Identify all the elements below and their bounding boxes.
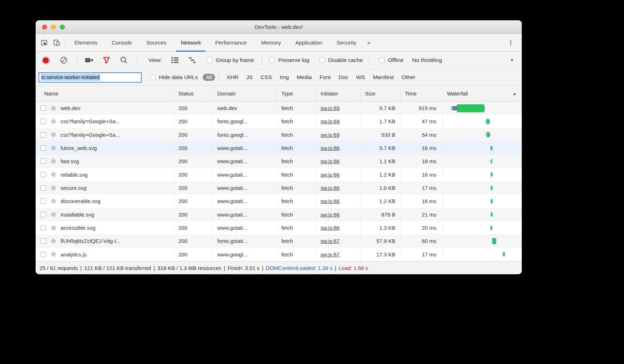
table-row[interactable]: fast.svg200www.gstati...fetchsw.js:661.1… — [36, 155, 522, 168]
column-header-domain[interactable]: Domain — [213, 86, 277, 101]
disable-cache-checkbox[interactable] — [319, 57, 325, 63]
row-checkbox[interactable] — [41, 119, 46, 124]
kebab-menu-icon[interactable] — [505, 37, 517, 49]
request-domain: www.gstati... — [213, 141, 277, 155]
table-row[interactable]: reliable.svg200www.gstati...fetchsw.js:6… — [36, 168, 522, 181]
table-row[interactable]: analytics.js200www.googl...fetchsw.js:67… — [36, 248, 522, 261]
filter-type-ws[interactable]: WS — [352, 74, 369, 80]
tab-console[interactable]: Console — [105, 34, 139, 51]
search-icon[interactable] — [120, 56, 128, 64]
more-tabs-chevron[interactable]: » — [364, 39, 374, 46]
clear-icon[interactable] — [59, 56, 68, 64]
table-row[interactable]: future_web.svg200www.gstati...fetchsw.js… — [36, 141, 522, 155]
request-size: 1.1 KB — [360, 155, 400, 168]
requests-table-body: web.dev200web.devfetchsw.js:695.7 KB815 … — [36, 102, 522, 261]
tab-application[interactable]: Application — [288, 34, 329, 51]
filter-type-media[interactable]: Media — [293, 74, 316, 80]
table-row[interactable]: secure.svg200www.gstati...fetchsw.js:661… — [36, 181, 522, 194]
initiator-link[interactable]: sw.js:69 — [321, 118, 339, 124]
initiator-link[interactable]: sw.js:66 — [321, 172, 339, 178]
filter-type-manifest[interactable]: Manifest — [369, 74, 398, 80]
table-row[interactable]: css?family=Google+Sa...200fonts.googl...… — [36, 115, 522, 128]
row-checkbox[interactable] — [41, 185, 46, 191]
request-initiator-cell: sw.js:66 — [316, 155, 360, 168]
tab-performance[interactable]: Performance — [208, 34, 254, 51]
minimize-button[interactable] — [51, 25, 56, 30]
filter-type-all[interactable]: All — [203, 74, 215, 81]
initiator-link[interactable]: sw.js:66 — [321, 225, 339, 231]
hide-data-urls-checkbox[interactable] — [150, 75, 156, 80]
column-header-initiator[interactable]: Initiator — [316, 86, 360, 101]
column-header-size[interactable]: Size — [360, 86, 400, 101]
column-header-status[interactable]: Status — [174, 86, 213, 101]
group-by-frame-checkbox[interactable] — [207, 57, 213, 63]
initiator-link[interactable]: sw.js:66 — [321, 212, 339, 218]
initiator-link[interactable]: sw.js:66 — [321, 198, 339, 204]
row-checkbox[interactable] — [41, 198, 46, 204]
titlebar[interactable]: DevTools - web.dev/ — [36, 20, 522, 34]
tab-network[interactable]: Network — [173, 34, 208, 51]
initiator-link[interactable]: sw.js:67 — [321, 238, 339, 244]
request-time: 21 ms — [400, 208, 442, 221]
use-large-rows-icon[interactable] — [171, 57, 179, 64]
tab-sources[interactable]: Sources — [139, 34, 174, 51]
request-name: css?family=Google+Sa... — [61, 132, 120, 138]
table-row[interactable]: installable.svg200www.gstati...fetchsw.j… — [36, 208, 522, 221]
chevron-down-icon[interactable]: ▼ — [510, 58, 514, 62]
row-checkbox[interactable] — [41, 105, 46, 111]
request-time: 16 ms — [400, 194, 442, 208]
row-checkbox[interactable] — [41, 132, 46, 137]
record-button[interactable] — [43, 57, 49, 63]
capture-screenshots-icon[interactable] — [85, 57, 94, 64]
zoom-button[interactable] — [60, 25, 65, 30]
filter-type-xhr[interactable]: XHR — [223, 74, 243, 80]
waterfall-cell — [442, 181, 522, 194]
offline-checkbox[interactable] — [379, 57, 385, 63]
initiator-link[interactable]: sw.js:66 — [321, 145, 339, 151]
row-checkbox[interactable] — [41, 172, 46, 177]
filter-input[interactable]: is:service-worker-initiated — [38, 72, 142, 83]
filter-icon-active[interactable] — [103, 56, 110, 64]
sort-ascending-icon[interactable]: ▲ — [513, 91, 517, 96]
table-row[interactable]: accessible.svg200www.gstati...fetchsw.js… — [36, 221, 522, 234]
table-row[interactable]: css?family=Google+Sa...200fonts.googl...… — [36, 128, 522, 141]
filter-type-font[interactable]: Font — [316, 74, 334, 80]
tab-security[interactable]: Security — [329, 34, 364, 51]
inspect-element-icon[interactable] — [38, 37, 51, 49]
column-header-waterfall[interactable]: Waterfall ▲ — [442, 86, 522, 101]
preserve-log-checkbox[interactable] — [269, 57, 275, 63]
filter-query-selected-text: is:service-worker-initiated — [41, 74, 100, 81]
filter-type-img[interactable]: Img — [276, 74, 293, 80]
throttling-select[interactable]: No throttling — [412, 57, 442, 63]
row-checkbox[interactable] — [41, 225, 46, 230]
filter-type-doc[interactable]: Doc — [334, 74, 352, 80]
tab-elements[interactable]: Elements — [67, 34, 105, 51]
column-header-name[interactable]: Name — [36, 86, 174, 101]
table-row[interactable]: flUhRq6tzZclQEJ-Vdg-I...200fonts.gstati.… — [36, 234, 522, 248]
filter-type-other[interactable]: Other — [397, 74, 419, 80]
initiator-link[interactable]: sw.js:69 — [321, 105, 339, 111]
device-toolbar-icon[interactable] — [51, 37, 63, 49]
column-header-type[interactable]: Type — [277, 86, 316, 101]
initiator-link[interactable]: sw.js:66 — [321, 185, 339, 191]
row-checkbox[interactable] — [41, 158, 46, 164]
column-header-time[interactable]: Time — [400, 86, 442, 101]
show-overview-icon[interactable] — [188, 57, 197, 64]
close-button[interactable] — [42, 25, 47, 30]
request-domain: web.dev — [213, 102, 277, 115]
initiator-link[interactable]: sw.js:67 — [321, 251, 339, 258]
initiator-link[interactable]: sw.js:69 — [321, 132, 339, 138]
request-name: future_web.svg — [61, 145, 97, 151]
waterfall-bar-blue — [492, 186, 493, 189]
filter-type-css[interactable]: CSS — [256, 74, 276, 80]
tab-memory[interactable]: Memory — [254, 34, 288, 51]
row-checkbox[interactable] — [41, 252, 46, 257]
initiator-link[interactable]: sw.js:66 — [321, 158, 339, 164]
filter-type-js[interactable]: JS — [242, 74, 256, 80]
row-checkbox[interactable] — [41, 238, 46, 244]
table-row[interactable]: web.dev200web.devfetchsw.js:695.7 KB815 … — [36, 102, 522, 115]
table-row[interactable]: discoverable.svg200www.gstati...fetchsw.… — [36, 194, 522, 208]
row-checkbox[interactable] — [41, 145, 46, 151]
row-checkbox[interactable] — [41, 212, 46, 217]
request-type: fetch — [277, 208, 316, 221]
